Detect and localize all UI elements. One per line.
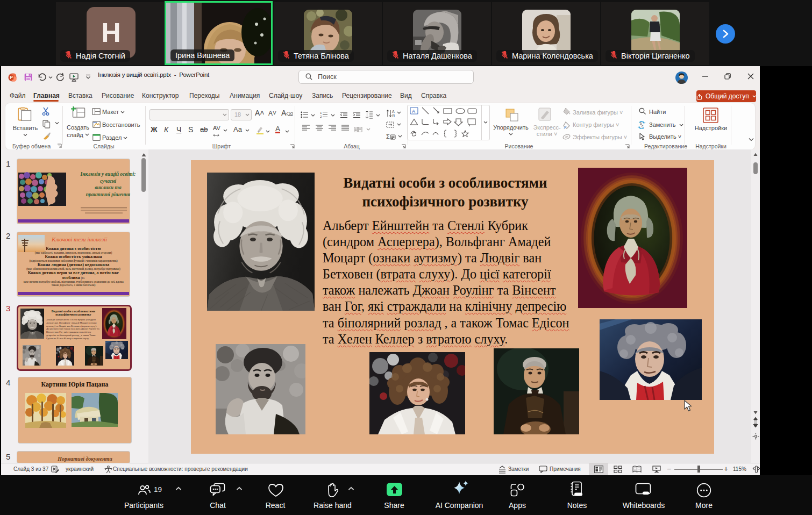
svg-text:Я: Я — [392, 114, 395, 118]
svg-text:A: A — [412, 109, 415, 114]
svg-text:1: 1 — [320, 111, 322, 115]
svg-text:Σ: Σ — [386, 133, 390, 140]
svg-text:2: 2 — [320, 115, 322, 118]
svg-text:A: A — [392, 110, 395, 113]
svg-text:c: c — [642, 124, 644, 128]
svg-text:P: P — [10, 75, 13, 80]
